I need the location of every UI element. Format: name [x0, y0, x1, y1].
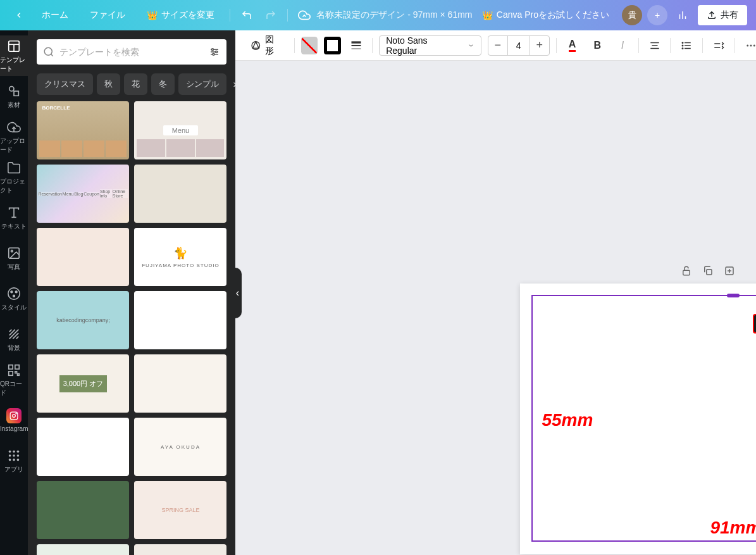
selection-handle[interactable] [727, 294, 740, 297]
top-bar: ホーム ファイル 👑 サイズを変更 名称未設定のデザイン - 97mm × 61… [0, 0, 756, 30]
svg-point-29 [13, 415, 16, 418]
italic-button[interactable]: I [613, 35, 632, 56]
svg-point-38 [13, 458, 15, 461]
template-thumbnail[interactable] [37, 101, 129, 159]
sidebar-item-project[interactable]: プロジェクト [0, 157, 28, 197]
filter-icon[interactable] [209, 46, 220, 58]
svg-point-34 [9, 454, 11, 457]
align-button[interactable] [645, 35, 664, 56]
upload-icon [6, 120, 22, 135]
template-thumbnail[interactable]: AYA OKUDA [134, 418, 226, 476]
back-button[interactable] [9, 5, 29, 25]
svg-point-16 [16, 290, 18, 292]
svg-rect-66 [683, 270, 690, 275]
sidebar-item-style[interactable]: スタイル [0, 278, 28, 319]
more-button[interactable] [741, 35, 756, 56]
chevron-down-icon [468, 42, 474, 49]
template-thumbnail[interactable] [134, 544, 226, 555]
text-color[interactable]: A [563, 35, 582, 56]
sidebar-item-upload[interactable]: アップロード [0, 116, 28, 157]
canvas-area[interactable]: 幅：91 高さ：55 55mm 91mm + ページを追加 [235, 61, 756, 555]
lock-button[interactable] [679, 263, 694, 278]
sb-label: プロジェクト [0, 177, 28, 195]
template-thumbnail[interactable] [37, 418, 129, 476]
spacing-button[interactable] [709, 35, 728, 56]
tag-item[interactable]: 冬 [151, 73, 175, 95]
share-label: 共有 [721, 9, 738, 21]
search-input[interactable] [59, 47, 204, 57]
tag-item[interactable]: 花 [124, 73, 147, 95]
sidebar-item-elements[interactable]: 素材 [0, 76, 28, 116]
add-page-button[interactable] [722, 263, 737, 278]
pro-cta[interactable]: 👑 Canva Proをお試しください [474, 5, 617, 25]
page-canvas[interactable]: 幅：91 高さ：55 55mm 91mm [520, 284, 756, 554]
sidebar-item-photo[interactable]: 写真 [0, 238, 28, 278]
font-select[interactable]: Noto Sans Regular [379, 35, 481, 56]
avatar[interactable]: 貴 [622, 5, 642, 25]
stats-button[interactable] [672, 5, 693, 25]
sb-label: 背景 [8, 344, 20, 352]
qrcode-icon [6, 363, 22, 378]
resize-label: サイズを変更 [161, 9, 214, 21]
template-thumbnail[interactable]: 🐈FUJIYAMA PHOTO STUDIO [134, 228, 226, 286]
elements-icon [6, 84, 22, 99]
sb-label: テキスト [1, 222, 27, 231]
tag-item[interactable]: シンプル [178, 73, 226, 95]
pro-label: Canva Proをお試しください [497, 9, 609, 21]
svg-point-64 [750, 44, 752, 46]
size-increase[interactable]: + [530, 39, 549, 52]
svg-rect-23 [9, 365, 13, 368]
design-name[interactable]: 名称未設定のデザイン - 97mm × 61mm [314, 9, 474, 21]
template-thumbnail[interactable] [134, 165, 226, 223]
svg-point-46 [216, 51, 218, 53]
svg-point-14 [8, 287, 20, 299]
add-member-button[interactable]: + [647, 5, 667, 25]
sidebar-item-text[interactable]: テキスト [0, 197, 28, 238]
collapse-panel-button[interactable]: ‹ [233, 268, 242, 318]
tag-row: クリスマス 秋 花 冬 シンプル › [28, 73, 235, 101]
sidebar-item-apps[interactable]: アプリ [0, 440, 28, 481]
size-decrease[interactable]: − [488, 39, 507, 52]
redo-button[interactable] [261, 5, 281, 25]
tmpl-text: FUJIYAMA PHOTO STUDIO [142, 263, 220, 268]
sidebar-item-qrcode[interactable]: QRコード [0, 359, 28, 400]
template-thumbnail[interactable]: ReservationMenuBlogCouponShop infoOnline… [37, 165, 129, 223]
template-thumbnail[interactable]: 3,000円 オフ [37, 354, 129, 413]
border-style[interactable] [347, 35, 366, 56]
svg-point-33 [17, 450, 20, 452]
undo-button[interactable] [237, 5, 257, 25]
bold-button[interactable]: B [588, 35, 607, 56]
template-thumbnail[interactable] [134, 354, 226, 413]
sidebar-item-template[interactable]: テンプレート [0, 35, 28, 76]
file-menu[interactable]: ファイル [81, 5, 134, 25]
fill-color[interactable] [301, 37, 318, 54]
resize-button[interactable]: 👑 サイズを変更 [138, 5, 223, 25]
size-value[interactable]: 4 [507, 36, 530, 55]
crown-icon: 👑 [147, 10, 158, 20]
sb-label: Instagram [0, 425, 28, 432]
sidebar-item-background[interactable]: 背景 [0, 319, 28, 359]
cloud-sync-icon[interactable] [294, 5, 314, 25]
template-thumbnail[interactable]: katiecodingcompany; [37, 291, 129, 349]
tag-item[interactable]: クリスマス [37, 73, 93, 95]
template-thumbnail[interactable] [37, 481, 129, 539]
svg-point-7 [9, 86, 14, 90]
duplicate-button[interactable] [700, 263, 716, 278]
share-button[interactable]: 共有 [698, 5, 747, 25]
edit-shape-button[interactable]: 図形 [244, 35, 287, 56]
svg-rect-26 [15, 371, 17, 373]
template-thumbnail[interactable]: SPRING SALE [134, 481, 226, 539]
template-thumbnail[interactable]: Menu [134, 101, 226, 159]
template-thumbnail[interactable] [134, 291, 226, 349]
home-button[interactable]: ホーム [33, 5, 77, 25]
editor-toolbar: 図形 Noto Sans Regular − 4 + A B I [235, 30, 756, 61]
template-thumbnail[interactable] [37, 544, 129, 555]
svg-rect-67 [707, 270, 712, 275]
sidebar-item-instagram[interactable]: Instagram [0, 400, 28, 440]
tag-item[interactable]: 秋 [97, 73, 120, 95]
template-icon [6, 39, 22, 54]
border-color[interactable] [324, 37, 341, 54]
sb-label: 素材 [8, 101, 20, 109]
list-button[interactable] [677, 35, 696, 56]
template-thumbnail[interactable] [37, 228, 129, 286]
